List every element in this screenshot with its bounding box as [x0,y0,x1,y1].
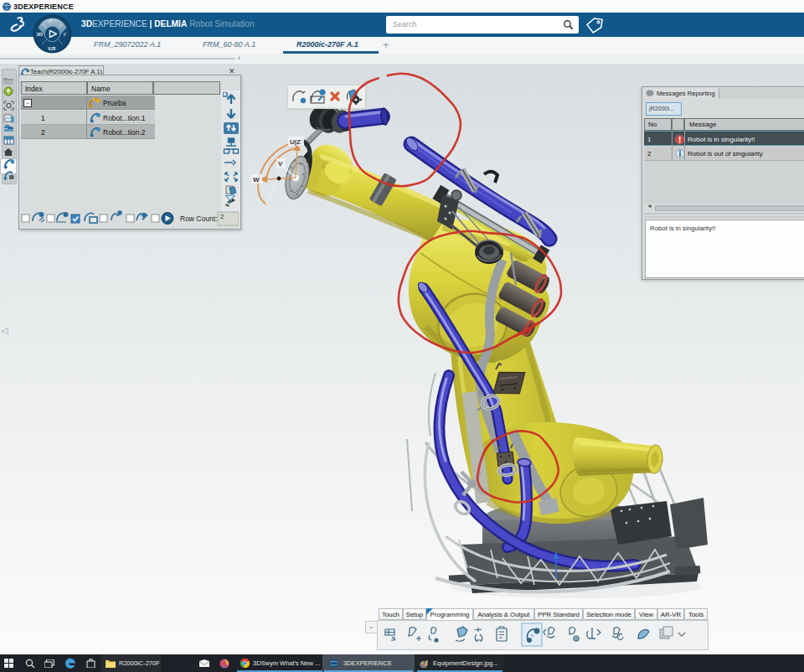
svg-text:3D: 3D [37,32,44,37]
svg-text:V,R: V,R [48,46,56,51]
svg-text:Row Count:: Row Count: [180,215,217,223]
svg-text:2: 2 [220,213,224,220]
